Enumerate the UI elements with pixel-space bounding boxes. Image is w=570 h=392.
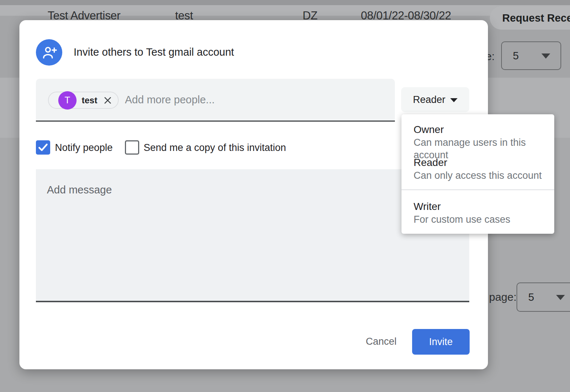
page: Test Advertiser test DZ 08/01/22-08/30/2…: [0, 0, 570, 392]
menu-item-description: For custom use cases: [414, 213, 547, 226]
chip-label: test: [82, 95, 97, 106]
avatar: T: [58, 91, 77, 110]
menu-divider: [401, 189, 554, 190]
person-add-icon: [36, 39, 62, 66]
rows-per-page-select[interactable]: 5: [517, 282, 570, 312]
menu-item-name: Owner: [414, 123, 547, 136]
add-people-input[interactable]: [125, 79, 359, 121]
cancel-button[interactable]: Cancel: [355, 330, 408, 353]
dialog-title: Invite others to Test gmail account: [74, 46, 234, 58]
menu-item-reader[interactable]: Reader Can only access this account: [401, 156, 554, 182]
send-copy-checkbox[interactable]: [125, 140, 139, 155]
people-field[interactable]: T test: [36, 79, 395, 122]
menu-item-description: Can only access this account: [414, 169, 547, 182]
caret-down-icon: [556, 295, 565, 300]
menu-item-writer[interactable]: Writer For custom use cases: [401, 200, 554, 226]
rows-per-page-value: 5: [528, 291, 534, 303]
notify-people-checkbox[interactable]: [36, 140, 50, 155]
rows-per-page-select[interactable]: 5: [501, 41, 561, 70]
close-icon[interactable]: [103, 95, 113, 106]
notify-people-label: Notify people: [55, 142, 113, 154]
role-selector-value: Reader: [413, 94, 445, 106]
role-menu: Owner Can manage users in this account R…: [401, 114, 554, 234]
rows-per-page-label: page:: [489, 291, 517, 303]
menu-item-name: Writer: [414, 200, 547, 213]
send-copy-label: Send me a copy of this invitation: [144, 142, 286, 154]
role-selector-button[interactable]: Reader: [401, 87, 469, 112]
menu-item-owner[interactable]: Owner Can manage users in this account: [401, 123, 554, 161]
caret-down-icon: [450, 98, 458, 102]
invite-button[interactable]: Invite: [412, 329, 470, 355]
status-badge[interactable]: Request Received: [490, 6, 570, 30]
recipient-chip[interactable]: T test: [48, 92, 119, 109]
menu-item-name: Reader: [414, 156, 547, 169]
caret-down-icon: [541, 53, 550, 59]
rows-per-page-value: 5: [513, 50, 519, 62]
background-band: [0, 0, 570, 5]
